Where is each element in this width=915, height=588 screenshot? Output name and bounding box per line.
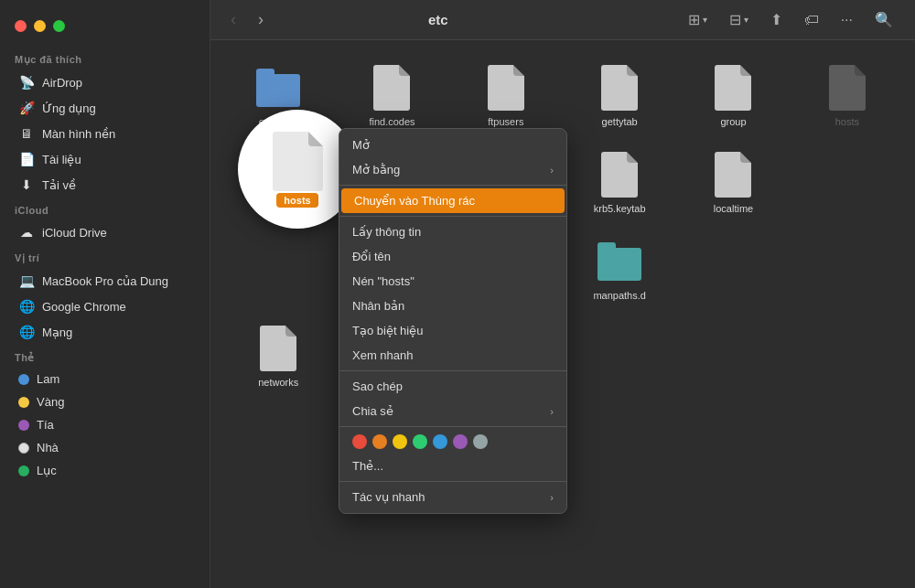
share-button[interactable]: ⬆ bbox=[763, 7, 790, 32]
tag-dot-purple bbox=[18, 420, 29, 431]
file-icon-group bbox=[710, 62, 756, 112]
sidebar-item-tag-yellow[interactable]: Vàng bbox=[4, 390, 206, 413]
file-item-gettytab[interactable]: gettytab bbox=[566, 55, 673, 134]
doc-icon bbox=[829, 65, 866, 111]
sidebar-item-network[interactable]: 🌐 Mạng bbox=[4, 319, 206, 345]
file-name: localtime bbox=[714, 203, 753, 214]
doc-icon bbox=[601, 152, 638, 198]
file-item-manpathsd[interactable]: manpaths.d bbox=[566, 229, 673, 308]
doc-icon bbox=[488, 65, 524, 111]
file-icon-krb5 bbox=[597, 149, 642, 199]
file-item-manpaths[interactable]: manpaths bbox=[453, 229, 559, 308]
empty-cell4 bbox=[225, 229, 331, 308]
tag-dot-green bbox=[18, 465, 29, 476]
sidebar-item-apps[interactable]: 🚀 Ứng dụng bbox=[4, 95, 206, 121]
file-name: ftpusers bbox=[488, 116, 523, 127]
doc-icon bbox=[715, 152, 751, 198]
main-content: ‹ › etc ⊞ ▾ ⊟ ▾ ⬆ 🏷 ··· 🔍 bbox=[210, 0, 915, 588]
sidebar-item-label: Google Chrome bbox=[42, 300, 126, 314]
search-button[interactable]: 🔍 bbox=[867, 7, 900, 32]
file-item-networks[interactable]: networks bbox=[225, 315, 331, 395]
sidebar-item-label: Nhà bbox=[37, 441, 59, 454]
minimize-button[interactable] bbox=[34, 20, 46, 32]
sidebar-item-desktop[interactable]: 🖥 Màn hình nền bbox=[4, 121, 206, 146]
sidebar-item-documents[interactable]: 📄 Tài liệu bbox=[4, 146, 206, 172]
empty-cell6 bbox=[794, 229, 900, 308]
file-name: newsyslog.conf bbox=[358, 377, 426, 388]
grid-view-button[interactable]: ⊞ ▾ bbox=[681, 7, 715, 32]
chevron-down-icon: ▾ bbox=[703, 15, 707, 25]
icloud-section-label: iCloud bbox=[0, 198, 210, 219]
file-icon-manpathsd bbox=[597, 236, 642, 286]
file-item-findcodes[interactable]: find.codes bbox=[339, 55, 445, 134]
favorites-section-label: Mục đã thích bbox=[0, 47, 210, 69]
sidebar-item-macbook[interactable]: 💻 MacBook Pro của Dung bbox=[4, 268, 206, 294]
file-item-group[interactable]: group bbox=[680, 55, 786, 134]
doc-icon bbox=[373, 326, 410, 371]
sidebar-item-label: Lục bbox=[37, 464, 57, 477]
doc-icon bbox=[601, 65, 638, 111]
downloads-icon: ⬇ bbox=[18, 176, 35, 193]
file-name: gettytab bbox=[602, 116, 638, 127]
file-item-localtime[interactable]: localtime bbox=[680, 142, 786, 221]
more-button[interactable]: ··· bbox=[834, 8, 860, 32]
share-icon: ⬆ bbox=[770, 11, 782, 28]
file-name: manpaths bbox=[484, 290, 528, 301]
tags-section-label: Thẻ bbox=[0, 345, 210, 368]
tag-dot-yellow bbox=[18, 397, 29, 408]
sidebar-item-label: MacBook Pro của Dung bbox=[42, 274, 168, 288]
file-name: man.conf bbox=[371, 290, 413, 301]
airdrop-icon: 📡 bbox=[18, 74, 35, 91]
close-button[interactable] bbox=[15, 20, 27, 32]
sidebar-item-label: AirDrop bbox=[42, 76, 82, 90]
file-icon-emond bbox=[255, 62, 301, 112]
file-icon-kern bbox=[483, 149, 529, 199]
sidebar-item-tag-purple[interactable]: Tía bbox=[4, 413, 206, 436]
location-section-label: Vị trí bbox=[0, 245, 210, 268]
empty-cell2 bbox=[339, 142, 445, 221]
sidebar-item-label: Tía bbox=[37, 418, 54, 432]
file-item-kern[interactable]: kern_loader.conf bbox=[453, 142, 559, 221]
sidebar-item-downloads[interactable]: ⬇ Tải về bbox=[4, 172, 206, 198]
file-name: hosts bbox=[835, 116, 859, 127]
traffic-lights bbox=[0, 9, 210, 47]
file-icon-networks bbox=[255, 323, 301, 373]
sidebar-item-tag-blue[interactable]: Lam bbox=[4, 368, 206, 390]
sidebar-item-label: Tài liệu bbox=[42, 153, 81, 166]
sidebar-item-tag-green[interactable]: Lục bbox=[4, 459, 206, 482]
sidebar-item-airdrop[interactable]: 📡 AirDrop bbox=[4, 69, 206, 95]
file-item-newsyslog[interactable]: newsyslog.conf bbox=[339, 315, 445, 395]
chevron-down-icon2: ▾ bbox=[744, 15, 748, 25]
list-icon: ⊟ bbox=[729, 11, 741, 28]
documents-icon: 📄 bbox=[18, 151, 35, 167]
doc-icon bbox=[488, 239, 524, 284]
file-icon-ftpusers bbox=[483, 62, 529, 112]
tag-button[interactable]: 🏷 bbox=[797, 8, 826, 32]
file-icon-hosts bbox=[824, 62, 870, 112]
file-item-manconf[interactable]: man.conf bbox=[339, 229, 445, 308]
file-item-emond[interactable]: emond.d bbox=[225, 55, 331, 134]
sidebar-item-label: Vàng bbox=[37, 395, 64, 409]
tag-dot-blue bbox=[18, 374, 29, 385]
file-item-hosts-placeholder[interactable]: hosts bbox=[794, 55, 900, 134]
file-icon-localtime bbox=[710, 149, 756, 199]
file-name: find.codes bbox=[369, 116, 414, 127]
file-item-ftpusers[interactable]: ftpusers bbox=[453, 55, 559, 134]
file-icon-gettytab bbox=[597, 62, 642, 112]
toolbar-actions: ⊞ ▾ ⊟ ▾ ⬆ 🏷 ··· 🔍 bbox=[681, 7, 900, 32]
sidebar-item-label: Màn hình nền bbox=[42, 127, 115, 141]
file-name: networks bbox=[258, 377, 298, 388]
sidebar-item-chrome[interactable]: 🌐 Google Chrome bbox=[4, 294, 206, 319]
doc-icon bbox=[373, 239, 410, 284]
sidebar-item-label: Mạng bbox=[42, 326, 72, 339]
tag-dot-white bbox=[18, 443, 29, 454]
fullscreen-button[interactable] bbox=[53, 20, 65, 32]
folder-icon bbox=[597, 242, 641, 281]
file-item-krb5[interactable]: krb5.keytab bbox=[566, 142, 673, 221]
sidebar: Mục đã thích 📡 AirDrop 🚀 Ứng dụng 🖥 Màn … bbox=[0, 0, 210, 588]
grid-icon: ⊞ bbox=[688, 11, 700, 28]
list-view-button[interactable]: ⊟ ▾ bbox=[722, 7, 756, 32]
sidebar-item-tag-white[interactable]: Nhà bbox=[4, 436, 206, 459]
sidebar-item-icloud[interactable]: ☁ iCloud Drive bbox=[4, 219, 206, 245]
toolbar-title: etc bbox=[207, 12, 670, 27]
